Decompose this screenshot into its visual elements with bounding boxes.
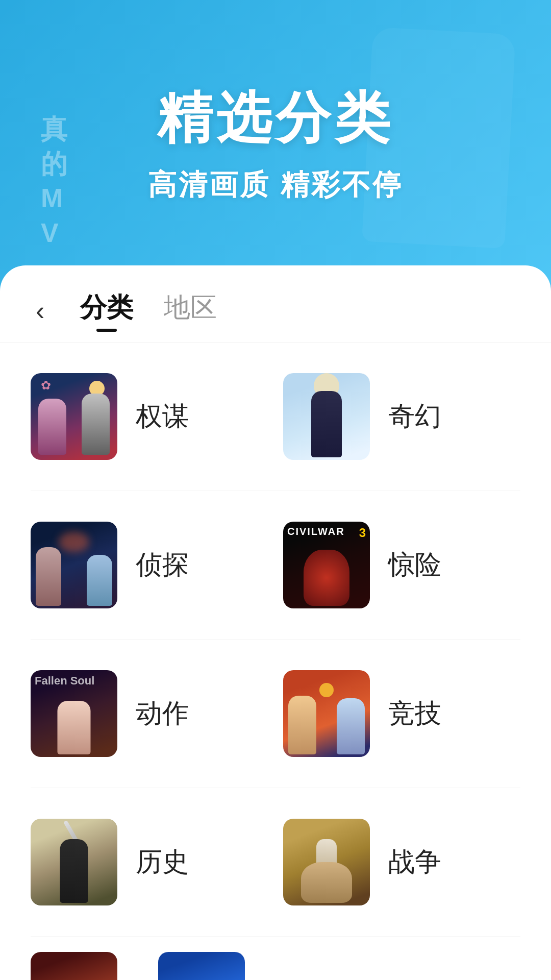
category-grid-3: Fallen Soul 动作 竞技 — [0, 640, 551, 788]
partial-thumb-2 — [158, 952, 245, 980]
hero-bg-text: 真 的 M V — [41, 112, 67, 250]
category-item-qihuan[interactable]: 奇幻 — [283, 363, 520, 470]
tabs-header: ‹ 分类 地区 — [0, 265, 551, 342]
category-thumb-quanmou: ✿ — [31, 373, 117, 460]
category-item-jingxian[interactable]: CIVILWAR 3 惊险 — [283, 511, 520, 619]
tab-region[interactable]: 地区 — [164, 290, 217, 332]
partial-item-1[interactable] — [31, 952, 117, 980]
category-item-zhanzhen[interactable]: 战争 — [283, 808, 520, 916]
category-item-lishi[interactable]: 历史 — [31, 808, 268, 916]
partial-item-2[interactable] — [158, 952, 245, 980]
category-label-jingji: 竞技 — [388, 696, 441, 731]
category-grid: ✿ 权谋 奇幻 — [0, 342, 551, 491]
partial-thumb-1 — [31, 952, 117, 980]
category-thumb-zhentan — [31, 522, 117, 608]
category-grid-2: 侦探 CIVILWAR 3 惊险 — [0, 491, 551, 639]
category-label-dongzuo: 动作 — [136, 696, 189, 731]
hero-subtitle: 高清画质 精彩不停 — [148, 166, 403, 205]
category-thumb-jingji — [283, 670, 370, 757]
category-thumb-qihuan — [283, 373, 370, 460]
category-item-quanmou[interactable]: ✿ 权谋 — [31, 363, 268, 470]
category-item-dongzuo[interactable]: Fallen Soul 动作 — [31, 660, 268, 767]
partial-row — [0, 937, 551, 980]
category-thumb-lishi — [31, 819, 117, 905]
category-label-qihuan: 奇幻 — [388, 399, 441, 434]
hero-title: 精选分类 — [157, 81, 394, 156]
category-thumb-zhanzhen — [283, 819, 370, 905]
category-item-jingji[interactable]: 竞技 — [283, 660, 520, 767]
category-grid-4: 历史 战争 — [0, 788, 551, 936]
back-button[interactable]: ‹ — [31, 298, 49, 324]
category-label-zhanzhen: 战争 — [388, 844, 441, 880]
category-thumb-jingxian: CIVILWAR 3 — [283, 522, 370, 608]
hero-section: 真 的 M V 精选分类 高清画质 精彩不停 — [0, 0, 551, 286]
content-card: ‹ 分类 地区 ✿ 权谋 奇幻 — [0, 265, 551, 980]
category-label-zhentan: 侦探 — [136, 547, 189, 583]
category-label-lishi: 历史 — [136, 844, 189, 880]
category-label-quanmou: 权谋 — [136, 399, 189, 434]
category-label-jingxian: 惊险 — [388, 547, 441, 583]
category-thumb-dongzuo: Fallen Soul — [31, 670, 117, 757]
tab-categories[interactable]: 分类 — [80, 290, 133, 332]
category-item-zhentan[interactable]: 侦探 — [31, 511, 268, 619]
